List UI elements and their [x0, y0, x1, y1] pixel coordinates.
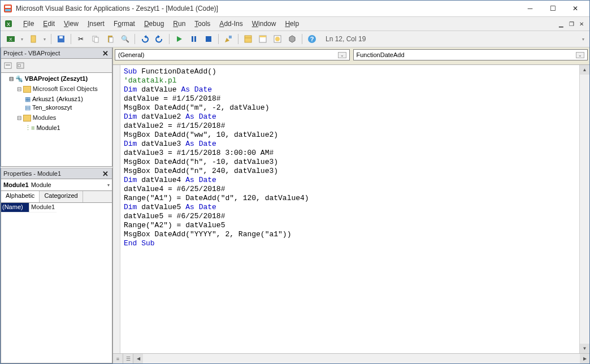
properties-object-combo[interactable]: Module1 Module ▾ — [1, 179, 112, 191]
scroll-left-icon[interactable]: ◀ — [133, 354, 143, 363]
help-button[interactable]: ? — [305, 32, 319, 46]
properties-grid[interactable]: (Name) Module1 — [1, 203, 112, 363]
code-footer: ≡ ☰ ◀ ▶ — [113, 353, 589, 363]
svg-marker-20 — [225, 38, 229, 42]
mdi-minimize-button[interactable]: ▁ — [557, 19, 566, 28]
find-button[interactable]: 🔍 — [118, 32, 132, 46]
menu-addins[interactable]: Add-Ins — [215, 19, 247, 29]
menu-debug[interactable]: Debug — [140, 19, 168, 29]
design-mode-button[interactable] — [222, 32, 235, 46]
properties-window-button[interactable] — [256, 32, 270, 46]
menu-bar: X File Edit View Insert Format Debug Run… — [1, 17, 589, 31]
toggle-folders-button[interactable] — [27, 60, 38, 71]
scroll-up-icon[interactable]: ▲ — [580, 65, 589, 75]
toolbar-overflow[interactable]: ▾ — [580, 33, 586, 45]
menu-window[interactable]: Window — [248, 19, 281, 29]
svg-rect-21 — [229, 36, 232, 38]
reset-button[interactable] — [202, 32, 215, 46]
maximize-button[interactable]: ☐ — [541, 2, 564, 15]
standard-toolbar: X ▾ ▾ ✂ 🔍 ? Ln 12, Col 19 ▾ — [1, 31, 589, 47]
procedure-combo-value: FunctionDateAdd — [357, 51, 405, 58]
scroll-down-icon[interactable]: ▼ — [580, 344, 589, 353]
properties-panel-title[interactable]: Properties - Module1 ✕ — [1, 168, 112, 179]
svg-rect-13 — [109, 37, 113, 42]
app-window: Microsoft Visual Basic for Applications … — [0, 0, 590, 364]
svg-marker-16 — [177, 36, 182, 42]
tab-categorized[interactable]: Categorized — [40, 191, 83, 202]
object-combo[interactable]: (General) ⌄ — [115, 49, 350, 60]
vba-app-icon — [3, 4, 12, 13]
undo-button[interactable] — [138, 32, 151, 46]
tree-item-module1[interactable]: ⋮≡Module1 — [25, 124, 112, 132]
code-editor[interactable]: Sub FunctionDateAdd()'datatalk.plDim dat… — [120, 65, 579, 353]
menu-view[interactable]: View — [59, 19, 83, 29]
menu-format[interactable]: Format — [109, 19, 140, 29]
menu-run[interactable]: Run — [168, 19, 190, 29]
save-button[interactable] — [54, 32, 68, 46]
project-tree[interactable]: 🔩 VBAProject (Zeszyt1) Microsoft Excel O… — [1, 73, 112, 167]
tree-item-workbook[interactable]: ▤Ten_skoroszyt — [25, 103, 112, 112]
tree-item-sheet[interactable]: ▦Arkusz1 (Arkusz1) — [25, 95, 112, 103]
vertical-scrollbar[interactable]: ▲ ▼ — [579, 65, 589, 353]
scroll-right-icon[interactable]: ▶ — [580, 354, 589, 363]
project-panel-title[interactable]: Project - VBAProject ✕ — [1, 47, 112, 59]
project-panel-close-icon[interactable]: ✕ — [101, 49, 110, 58]
mdi-restore-button[interactable]: ❐ — [567, 19, 576, 28]
properties-panel: Properties - Module1 ✕ Module1 Module ▾ … — [1, 168, 112, 363]
break-button[interactable] — [187, 32, 201, 46]
excel-doc-icon[interactable]: X — [4, 19, 13, 28]
project-explorer-button[interactable] — [241, 32, 255, 46]
tree-root[interactable]: 🔩 VBAProject (Zeszyt1) — [9, 75, 112, 83]
tab-alphabetic[interactable]: Alphabetic — [1, 191, 40, 202]
svg-text:?: ? — [310, 36, 314, 42]
view-excel-button[interactable]: X — [4, 32, 18, 46]
chevron-down-icon[interactable]: ⌄ — [338, 52, 346, 58]
svg-rect-18 — [194, 36, 196, 42]
full-module-view-button[interactable]: ☰ — [123, 354, 133, 363]
paste-button[interactable] — [103, 32, 117, 46]
svg-rect-7 — [31, 36, 36, 42]
tree-folder-modules[interactable]: Modules — [17, 114, 112, 122]
svg-rect-19 — [206, 36, 211, 42]
svg-rect-34 — [18, 64, 20, 67]
property-row[interactable]: (Name) Module1 — [1, 203, 112, 213]
procedure-combo[interactable]: FunctionDateAdd ⌄ — [353, 49, 588, 60]
menu-file[interactable]: File — [19, 19, 38, 29]
redo-button[interactable] — [153, 32, 166, 46]
chevron-down-icon[interactable]: ⌄ — [576, 52, 584, 58]
properties-panel-close-icon[interactable]: ✕ — [101, 170, 110, 178]
properties-object-type: Module — [31, 181, 51, 188]
mdi-close-button[interactable]: ✕ — [577, 19, 586, 28]
horizontal-scrollbar[interactable]: ◀ ▶ — [133, 354, 589, 363]
close-button[interactable]: ✕ — [564, 2, 587, 15]
svg-text:X: X — [7, 21, 10, 27]
property-value[interactable]: Module1 — [29, 203, 57, 213]
code-margin[interactable] — [113, 65, 120, 353]
title-bar[interactable]: Microsoft Visual Basic for Applications … — [1, 1, 589, 17]
insert-module-dropdown[interactable]: ▾ — [41, 37, 48, 42]
properties-panel-title-text: Properties - Module1 — [3, 170, 61, 177]
view-object-button[interactable] — [15, 60, 26, 71]
minimize-button[interactable]: ─ — [519, 2, 541, 15]
menu-tools[interactable]: Tools — [190, 19, 215, 29]
cursor-position-status: Ln 12, Col 19 — [326, 35, 366, 43]
svg-point-27 — [275, 37, 280, 41]
object-browser-button[interactable] — [271, 32, 284, 46]
run-button[interactable] — [172, 32, 186, 46]
procedure-view-button[interactable]: ≡ — [113, 354, 123, 363]
view-code-button[interactable] — [2, 60, 14, 71]
insert-module-button[interactable] — [27, 32, 40, 46]
copy-button[interactable] — [89, 32, 102, 46]
svg-text:X: X — [9, 37, 12, 42]
view-excel-dropdown[interactable]: ▾ — [19, 37, 25, 42]
menu-insert[interactable]: Insert — [83, 19, 109, 29]
menu-help[interactable]: Help — [280, 19, 303, 29]
scroll-track[interactable] — [143, 354, 580, 363]
code-object-bar: (General) ⌄ FunctionDateAdd ⌄ — [113, 47, 589, 65]
svg-rect-11 — [94, 37, 98, 42]
object-combo-value: (General) — [118, 51, 144, 58]
toolbox-button[interactable] — [285, 32, 299, 46]
cut-button[interactable]: ✂ — [74, 32, 88, 46]
tree-folder-excel-objects[interactable]: Microsoft Excel Objects — [17, 85, 112, 93]
menu-edit[interactable]: Edit — [38, 19, 59, 29]
